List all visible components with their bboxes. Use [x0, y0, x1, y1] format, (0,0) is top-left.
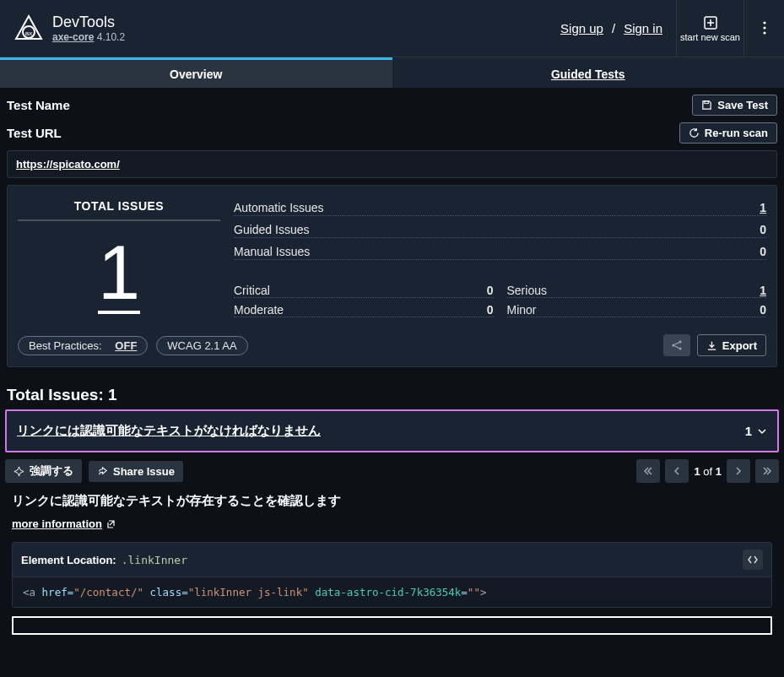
total-issues-count: 1	[98, 226, 140, 314]
test-url-box: https://spicato.com/	[7, 150, 777, 178]
best-practices-chip[interactable]: Best Practices: OFF	[18, 336, 148, 355]
test-url-link[interactable]: https://spicato.com/	[16, 158, 120, 171]
tab-guided-tests[interactable]: Guided Tests	[392, 57, 785, 88]
stat-automatic: Automatic Issues 1	[234, 201, 766, 216]
save-test-button[interactable]: Save Test	[692, 95, 777, 116]
pager-next-button[interactable]	[727, 459, 750, 483]
svg-point-8	[763, 31, 765, 34]
test-url-label: Test URL	[7, 126, 62, 140]
chevron-right-icon	[733, 466, 743, 476]
toggle-code-button[interactable]	[743, 550, 763, 570]
sparkle-icon	[14, 466, 24, 477]
issue-row[interactable]: リンクには認識可能なテキストがなければなりません 1	[5, 409, 779, 452]
stat-manual: Manual Issues 0	[234, 245, 766, 260]
logo-block: ax DevTools axe-core 4.10.2	[0, 14, 138, 44]
kebab-menu-button[interactable]	[743, 0, 784, 57]
element-location-block: Element Location: .linkInner <a href="/c…	[12, 542, 772, 608]
auth-links: Sign up / Sign in	[560, 21, 676, 35]
download-icon	[706, 340, 717, 351]
share-arrow-icon	[97, 466, 108, 477]
product-name: DevTools	[52, 14, 125, 31]
sev-critical: Critical0	[234, 284, 494, 298]
share-icon	[671, 339, 683, 351]
element-selector: .linkInner	[122, 554, 187, 566]
total-issues-heading: Total Issues: 1	[0, 374, 784, 409]
element-source: <a href="/contact/" class="linkInner js-…	[13, 577, 771, 607]
issue-description: リンクに認識可能なテキストが存在することを確認します	[12, 493, 772, 509]
svg-rect-9	[705, 101, 709, 104]
sev-minor: Minor0	[507, 303, 767, 317]
element-location-label: Element Location:	[21, 554, 116, 566]
plus-box-icon	[703, 15, 718, 30]
stat-guided: Guided Issues 0	[234, 223, 766, 238]
svg-point-12	[679, 347, 681, 349]
signin-link[interactable]: Sign in	[624, 21, 662, 35]
chevrons-right-icon	[762, 466, 772, 476]
svg-point-10	[679, 340, 681, 343]
total-issues-label: TOTAL ISSUES	[18, 199, 220, 221]
highlight-button[interactable]: 強調する	[5, 459, 82, 483]
kebab-icon	[763, 21, 766, 35]
fix-target-box	[12, 616, 772, 635]
start-new-scan-button[interactable]: start new scan	[676, 0, 743, 57]
more-info-link[interactable]: more information	[12, 517, 116, 530]
app-header: ax DevTools axe-core 4.10.2 Sign up / Si…	[0, 0, 784, 57]
test-name-label: Test Name	[7, 98, 70, 112]
external-link-icon	[105, 519, 116, 529]
svg-point-6	[763, 21, 765, 24]
save-icon	[701, 100, 712, 111]
code-icon	[747, 554, 759, 566]
tab-overview[interactable]: Overview	[0, 57, 392, 88]
svg-line-13	[674, 343, 679, 345]
share-scan-button[interactable]	[663, 334, 690, 356]
chevron-left-icon	[672, 466, 682, 476]
sev-serious: Serious1	[507, 284, 767, 298]
sev-moderate: Moderate0	[234, 303, 494, 317]
chevron-down-icon	[757, 426, 767, 436]
wcag-chip[interactable]: WCAG 2.1 AA	[156, 336, 247, 355]
issue-count: 1	[745, 424, 767, 438]
export-button[interactable]: Export	[697, 334, 766, 356]
pager-prev-button[interactable]	[665, 459, 689, 483]
share-issue-button[interactable]: Share Issue	[89, 461, 183, 482]
rerun-scan-button[interactable]: Re-run scan	[679, 122, 777, 144]
signup-link[interactable]: Sign up	[560, 21, 603, 35]
chevrons-left-icon	[643, 466, 653, 476]
issue-title: リンクには認識可能なテキストがなければなりません	[17, 423, 321, 439]
total-issues-block: TOTAL ISSUES 1	[18, 199, 220, 317]
refresh-icon	[689, 127, 700, 138]
summary-card: TOTAL ISSUES 1 Automatic Issues 1 Guided…	[7, 185, 777, 367]
svg-text:ax: ax	[25, 30, 32, 37]
product-version: axe-core 4.10.2	[52, 31, 125, 43]
svg-point-7	[763, 26, 765, 29]
tabbar: Overview Guided Tests	[0, 57, 784, 88]
pager-first-button[interactable]	[636, 459, 660, 483]
axe-logo-icon: ax	[14, 14, 44, 44]
pager-last-button[interactable]	[755, 459, 779, 483]
svg-line-14	[674, 346, 679, 349]
auth-sep: /	[612, 21, 615, 35]
issue-pager: 1 of 1	[636, 459, 779, 483]
